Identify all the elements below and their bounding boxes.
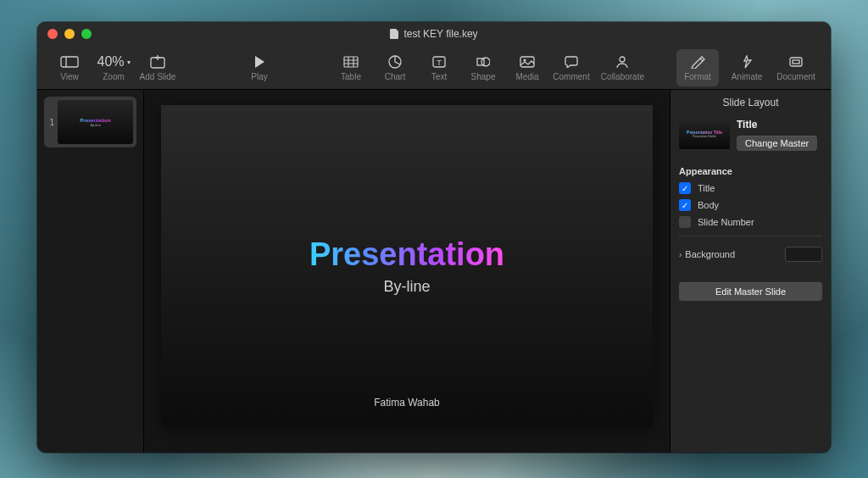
titlebar: test KEY file.key [37, 22, 831, 46]
window-title-text: test KEY file.key [403, 28, 477, 40]
slide-subtitle[interactable]: By-line [383, 278, 430, 296]
document-tab[interactable]: Document [775, 49, 817, 86]
slide-number-checkbox-label: Slide Number [698, 217, 754, 227]
media-button[interactable]: Media [509, 49, 546, 86]
slide-navigator: 1 Presentation By-line [37, 90, 144, 453]
slide-number: 1 [47, 118, 54, 127]
text-icon: T [432, 53, 446, 70]
slide-number-checkbox-row[interactable]: Slide Number [670, 214, 831, 231]
svg-rect-18 [790, 58, 802, 66]
background-row[interactable]: › Background [670, 242, 831, 267]
background-label: Background [685, 249, 735, 259]
slide-number-checkbox[interactable] [679, 216, 691, 228]
slide-thumbnail-preview: Presentation By-line [58, 100, 133, 144]
body-checkbox-label: Body [698, 200, 719, 210]
add-slide-button[interactable]: Add Slide [139, 49, 176, 86]
title-checkbox[interactable] [679, 182, 691, 194]
format-icon [690, 53, 705, 70]
inspector-panel: Slide Layout Presentation Title Presenta… [670, 90, 831, 453]
format-tab[interactable]: Format [676, 49, 719, 86]
slide-thumbnail[interactable]: 1 Presentation By-line [44, 97, 136, 147]
toolbar: View 40% ▾ Zoom Add Slide Play [37, 46, 831, 90]
shape-icon [476, 53, 490, 70]
svg-rect-19 [793, 60, 799, 64]
svg-rect-0 [61, 57, 78, 67]
view-button[interactable]: View [51, 49, 88, 86]
play-icon [253, 53, 265, 70]
document-icon [390, 29, 398, 39]
zoom-control[interactable]: 40% ▾ Zoom [95, 49, 132, 86]
inspector-header: Slide Layout [670, 90, 831, 115]
master-thumbnail: Presentation Title Presentation Subtitle [679, 119, 730, 149]
chevron-down-icon: ▾ [127, 58, 131, 66]
title-checkbox-row[interactable]: Title [670, 180, 831, 197]
svg-point-14 [481, 58, 490, 66]
view-icon [60, 53, 79, 70]
title-checkbox-label: Title [698, 183, 715, 193]
text-button[interactable]: T Text [420, 49, 458, 86]
media-icon [520, 53, 535, 70]
collaborate-icon [615, 53, 630, 70]
chart-button[interactable]: Chart [376, 49, 414, 86]
edit-master-slide-button[interactable]: Edit Master Slide [679, 282, 822, 301]
document-tab-icon [788, 53, 804, 70]
appearance-section-title: Appearance [670, 159, 831, 180]
zoom-value: 40% [97, 54, 124, 69]
window-title: test KEY file.key [37, 28, 831, 40]
animate-tab[interactable]: Animate [726, 49, 768, 86]
divider [679, 236, 822, 236]
body-checkbox[interactable] [679, 199, 691, 211]
slide-footer[interactable]: Fatima Wahab [374, 397, 440, 409]
slide-title[interactable]: Presentation [309, 236, 504, 273]
svg-text:T: T [437, 58, 442, 67]
master-name: Title [737, 119, 817, 131]
body-area: 1 Presentation By-line Presentation By-l… [37, 90, 831, 453]
background-color-well[interactable] [785, 247, 822, 262]
shape-button[interactable]: Shape [465, 49, 502, 86]
app-window: test KEY file.key View 40% ▾ Zoom Add Sl… [37, 22, 831, 453]
master-preview-row: Presentation Title Presentation Subtitle… [670, 115, 831, 159]
animate-icon [739, 53, 754, 70]
comment-button[interactable]: Comment [553, 49, 590, 86]
body-checkbox-row[interactable]: Body [670, 197, 831, 214]
table-icon [343, 53, 359, 70]
play-button[interactable]: Play [234, 49, 285, 86]
collaborate-button[interactable]: Collaborate [601, 49, 644, 86]
chart-icon [388, 53, 402, 70]
change-master-button[interactable]: Change Master [737, 136, 817, 151]
slide-canvas[interactable]: Presentation By-line Fatima Wahab [144, 90, 670, 453]
add-slide-icon [150, 53, 165, 70]
svg-rect-13 [477, 58, 484, 65]
svg-rect-5 [344, 57, 358, 67]
svg-point-17 [620, 57, 625, 62]
slide[interactable]: Presentation By-line Fatima Wahab [161, 105, 653, 427]
table-button[interactable]: Table [332, 49, 370, 86]
comment-icon [565, 53, 578, 70]
chevron-right-icon[interactable]: › [679, 250, 682, 259]
svg-point-16 [524, 59, 526, 62]
